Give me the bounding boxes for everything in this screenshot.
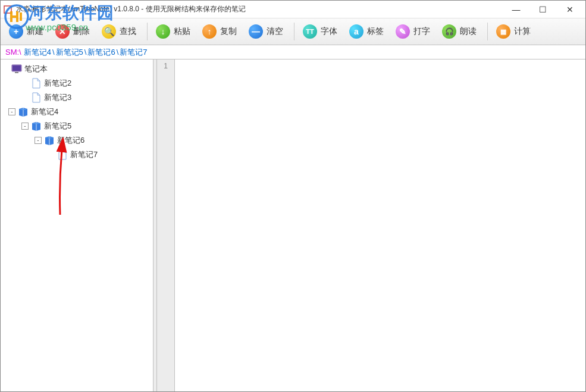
calculator-icon: ▦ xyxy=(496,24,510,39)
clear-label: 清空 xyxy=(267,26,283,37)
breadcrumb-item[interactable]: 新笔记6 xyxy=(87,47,115,58)
type-label: 打字 xyxy=(413,26,430,37)
svg-rect-1 xyxy=(4,6,11,13)
breadcrumb: SM:\ 新笔记4 \ 新笔记5 \ 新笔记6 \ 新笔记7 xyxy=(1,45,585,59)
maximize-button[interactable]: ☐ xyxy=(529,1,556,18)
tree-node-label: 新笔记6 xyxy=(57,135,84,146)
breadcrumb-sep: \ xyxy=(84,48,87,57)
breadcrumb-sep: \ xyxy=(52,48,55,57)
tag-icon: a xyxy=(349,24,363,39)
book-icon xyxy=(18,106,29,117)
window-title: 水淼·树形笔记本(smTreeNote) v1.0.8.0 - 使用无限树结构来… xyxy=(16,4,503,14)
breadcrumb-item[interactable]: 新笔记7 xyxy=(120,47,147,58)
copy-button[interactable]: ↑ 复制 xyxy=(198,22,242,41)
minus-icon: — xyxy=(249,24,263,39)
font-label: 字体 xyxy=(321,26,337,37)
editor-area: 1 xyxy=(157,59,585,391)
toolbar: + 新建 ✕ 删除 🔍 查找 ↓ 粘贴 ↑ 复制 — 清空 TT 字体 a 标签… xyxy=(1,18,585,45)
file-icon xyxy=(31,78,42,89)
tree-expander[interactable]: - xyxy=(35,137,42,144)
file-icon xyxy=(31,92,42,103)
main-area: 笔记本 新笔记2 新笔记3 - 新笔记4 - 新笔记5 - 新笔记6 新笔记7 … xyxy=(1,59,585,391)
tree-node[interactable]: 新笔记7 xyxy=(2,148,152,162)
paste-label: 粘贴 xyxy=(174,26,190,37)
close-button[interactable]: ✕ xyxy=(556,1,583,18)
line-number: 1 xyxy=(157,62,174,70)
tag-label: 标签 xyxy=(367,26,384,37)
read-button[interactable]: 🎧 朗读 xyxy=(437,22,481,41)
svg-rect-4 xyxy=(15,72,18,73)
tree-node-label: 新笔记7 xyxy=(70,149,98,160)
type-button[interactable]: ✎ 打字 xyxy=(391,22,435,41)
book-icon xyxy=(31,121,42,131)
tree-node-label: 笔记本 xyxy=(24,64,48,74)
breadcrumb-item[interactable]: 新笔记4 xyxy=(24,47,51,58)
tree-node[interactable]: 新笔记2 xyxy=(2,76,152,90)
search-button[interactable]: 🔍 查找 xyxy=(97,22,141,41)
tree-node[interactable]: - 新笔记5 xyxy=(2,119,152,133)
tree-expander[interactable]: - xyxy=(21,123,29,130)
svg-rect-3 xyxy=(12,65,21,71)
file-icon xyxy=(57,149,68,160)
search-icon: 🔍 xyxy=(102,24,116,39)
tree-node[interactable]: - 新笔记6 xyxy=(2,133,152,148)
app-icon xyxy=(3,5,12,14)
minimize-button[interactable]: — xyxy=(503,1,529,18)
editor-textarea[interactable] xyxy=(175,59,585,391)
delete-button[interactable]: ✕ 删除 xyxy=(51,22,95,41)
x-icon: ✕ xyxy=(55,24,70,39)
breadcrumb-item[interactable]: 新笔记5 xyxy=(56,47,83,58)
new-button[interactable]: + 新建 xyxy=(4,22,48,41)
up-arrow-icon: ↑ xyxy=(202,24,217,39)
tree-node-label: 新笔记5 xyxy=(44,121,71,131)
tree-node-label: 新笔记3 xyxy=(44,92,71,103)
titlebar: 水淼·树形笔记本(smTreeNote) v1.0.8.0 - 使用无限树结构来… xyxy=(1,1,585,18)
delete-label: 删除 xyxy=(73,26,90,37)
plus-icon: + xyxy=(9,24,23,39)
monitor-icon xyxy=(11,64,22,74)
down-arrow-icon: ↓ xyxy=(156,24,170,39)
read-label: 朗读 xyxy=(460,26,477,37)
calc-button[interactable]: ▦ 计算 xyxy=(491,22,535,41)
book-icon xyxy=(44,135,55,146)
tree-node[interactable]: - 新笔记4 xyxy=(2,105,152,119)
breadcrumb-sep: \ xyxy=(117,48,119,57)
toolbar-separator xyxy=(147,23,148,40)
breadcrumb-root: SM:\ xyxy=(5,48,21,57)
pencil-icon: ✎ xyxy=(396,24,410,39)
tree-node-label: 新笔记2 xyxy=(44,78,71,89)
toolbar-separator xyxy=(487,23,488,40)
search-label: 查找 xyxy=(120,26,136,37)
paste-button[interactable]: ↓ 粘贴 xyxy=(151,22,195,41)
tree-node[interactable]: 笔记本 xyxy=(2,62,152,76)
copy-label: 复制 xyxy=(220,26,237,37)
font-button[interactable]: TT 字体 xyxy=(298,22,342,41)
calc-label: 计算 xyxy=(514,26,531,37)
clear-button[interactable]: — 清空 xyxy=(244,22,288,41)
new-label: 新建 xyxy=(27,26,43,37)
line-gutter: 1 xyxy=(157,59,175,391)
tree-node[interactable]: 新笔记3 xyxy=(2,90,152,105)
tag-button[interactable]: a 标签 xyxy=(344,22,388,41)
headphone-icon: 🎧 xyxy=(442,24,456,39)
font-icon: TT xyxy=(303,24,317,39)
toolbar-separator xyxy=(294,23,294,40)
tree-sidebar: 笔记本 新笔记2 新笔记3 - 新笔记4 - 新笔记5 - 新笔记6 新笔记7 xyxy=(1,59,153,391)
tree-node-label: 新笔记4 xyxy=(31,106,58,117)
tree-expander[interactable]: - xyxy=(8,108,15,115)
